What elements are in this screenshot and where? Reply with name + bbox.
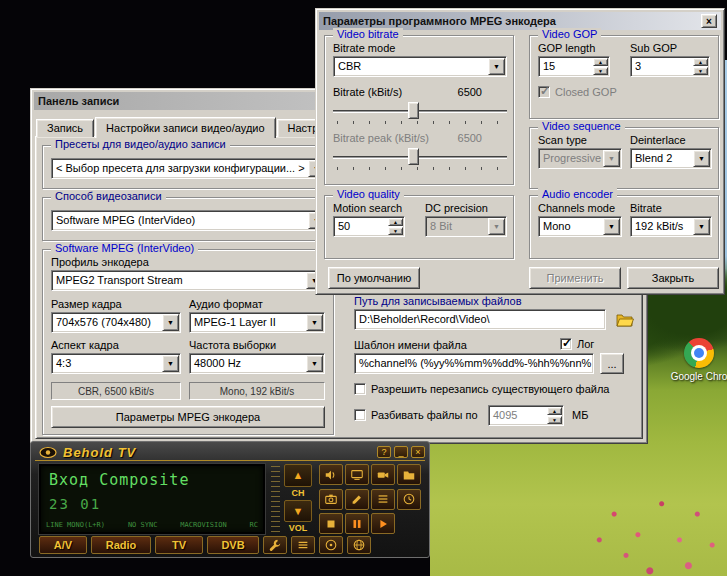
speaker-icon	[324, 468, 338, 482]
dvb-mode-button[interactable]: DVB	[207, 536, 259, 554]
split-files-checkbox[interactable]: Разбивать файлы по	[354, 409, 478, 421]
pencil-icon	[350, 492, 364, 506]
motion-search-spinner[interactable]: 50 ▲ ▼	[333, 216, 405, 237]
av-mode-button[interactable]: A/V	[39, 536, 87, 554]
presets-group: Пресеты для видео/аудио записи < Выбор п…	[42, 145, 334, 189]
open-folder-button[interactable]	[612, 309, 638, 330]
encoder-profile-label: Профиль энкодера	[51, 256, 149, 268]
channel-up-button[interactable]: ▲	[284, 464, 312, 487]
desktop-icon-google-chrome[interactable]: Google Chro	[672, 338, 726, 382]
tab-video-audio-settings[interactable]: Настройки записи видео/аудио	[95, 117, 275, 138]
audio-format-combobox[interactable]: MPEG-1 Layer II ▼	[189, 312, 325, 333]
checkbox-unchecked-icon[interactable]	[354, 383, 366, 395]
template-browse-button[interactable]: ...	[600, 353, 624, 374]
spin-down-icon[interactable]: ▼	[388, 227, 403, 235]
log-checkbox[interactable]: Лог	[560, 338, 594, 350]
folder-open-icon	[616, 313, 634, 327]
checkbox-checked-icon[interactable]	[560, 338, 572, 350]
log-checkbox-label: Лог	[577, 338, 594, 350]
disc-icon	[324, 538, 338, 552]
tab-record[interactable]: Запись	[36, 119, 94, 137]
mpeg-encoder-params-button[interactable]: Параметры MPEG энкодера	[51, 406, 325, 428]
checkbox-unchecked-icon[interactable]	[354, 409, 366, 421]
overwrite-checkbox[interactable]: Разрешить перезапись существующего файла	[354, 383, 609, 395]
spin-down-icon[interactable]: ▼	[593, 67, 608, 75]
video-sequence-caption: Video sequence	[538, 120, 625, 132]
chevron-down-icon[interactable]: ▼	[162, 314, 179, 331]
video-method-group-caption: Способ видеозаписи	[51, 190, 166, 202]
spin-up-icon[interactable]: ▲	[693, 58, 708, 66]
aspect-label: Аспект кадра	[51, 339, 119, 351]
aspect-combobox[interactable]: 4:3 ▼	[51, 353, 181, 374]
chevron-down-icon: ▼	[603, 150, 620, 167]
pause-button[interactable]	[345, 513, 369, 534]
volume-slider[interactable]	[271, 466, 280, 532]
bitrate-mode-label: Bitrate mode	[333, 42, 395, 54]
spin-up-icon[interactable]: ▲	[388, 218, 403, 226]
bitrate-mode-combobox[interactable]: CBR ▼	[333, 56, 507, 77]
chevron-down-icon[interactable]: ▼	[162, 355, 179, 372]
frame-size-combobox[interactable]: 704x576 (704x480) ▼	[51, 312, 181, 333]
tv-help-button[interactable]: ?	[377, 446, 391, 458]
pause-icon	[350, 517, 364, 531]
channels-mode-combobox[interactable]: Mono ▼	[538, 216, 622, 237]
sample-rate-combobox[interactable]: 48000 Hz ▼	[189, 353, 325, 374]
split-size-spinner[interactable]: 4095 ▲ ▼	[488, 405, 564, 426]
preset-combobox[interactable]: < Выбор пресета для загрузки конфигураци…	[51, 158, 327, 179]
stop-button[interactable]	[319, 513, 343, 534]
spin-down-icon[interactable]: ▼	[547, 416, 562, 424]
tv-minimize-button[interactable]: _	[394, 446, 408, 458]
encoder-profile-combobox[interactable]: MPEG2 Transport Stream ▼	[51, 270, 325, 291]
scheduler-button[interactable]	[397, 489, 421, 510]
web-button[interactable]	[347, 536, 371, 554]
disc-button[interactable]	[319, 536, 343, 554]
chevron-down-icon[interactable]: ▼	[693, 218, 710, 235]
settings-button[interactable]	[263, 536, 287, 554]
close-button[interactable]: Закрыть	[627, 267, 719, 289]
chevron-down-icon[interactable]: ▼	[488, 58, 505, 75]
channel-down-button[interactable]: ▼	[284, 500, 312, 523]
mute-button[interactable]	[319, 464, 343, 485]
edit-button[interactable]	[345, 489, 369, 510]
sample-rate-value: 48000 Hz	[190, 354, 305, 373]
play-button[interactable]	[371, 513, 395, 534]
playlist-button[interactable]	[291, 536, 315, 554]
deinterlace-combobox[interactable]: Blend 2 ▼	[630, 148, 712, 169]
audio-bitrate-combobox[interactable]: 192 kBit/s ▼	[630, 216, 712, 237]
slider-thumb[interactable]	[408, 102, 419, 119]
tv-mode-button[interactable]: TV	[155, 536, 203, 554]
tv-screen-button[interactable]	[345, 464, 369, 485]
chevron-down-icon[interactable]: ▼	[693, 150, 710, 167]
stop-icon	[324, 517, 338, 531]
chevron-down-icon[interactable]: ▼	[306, 355, 323, 372]
tv-titlebar[interactable]: Behold TV ? _ ×	[35, 444, 425, 461]
spin-down-icon[interactable]: ▼	[693, 67, 708, 75]
channel-list-button[interactable]	[371, 489, 395, 510]
spin-up-icon[interactable]: ▲	[547, 407, 562, 415]
bitrate-slider[interactable]	[333, 102, 507, 124]
chevron-down-icon[interactable]: ▼	[306, 314, 323, 331]
video-gop-caption: Video GOP	[538, 28, 601, 40]
checkbox-checked-icon	[538, 86, 550, 98]
motion-search-label: Motion search	[333, 202, 402, 214]
radio-mode-button[interactable]: Radio	[91, 536, 151, 554]
open-file-button[interactable]	[397, 464, 421, 485]
sub-gop-spinner[interactable]: 3 ▲ ▼	[630, 56, 710, 77]
dialog-close-button[interactable]: ×	[701, 14, 717, 28]
record-video-button[interactable]	[371, 464, 395, 485]
gop-length-spinner[interactable]: 15 ▲ ▼	[538, 56, 610, 77]
sample-rate-label: Частота выборки	[189, 339, 276, 351]
video-method-combobox[interactable]: Software MPEG (InterVideo) ▼	[51, 210, 327, 231]
filename-template-label: Шаблон имени файла	[354, 339, 467, 351]
tv-close-button[interactable]: ×	[411, 446, 425, 458]
frame-size-value: 704x576 (704x480)	[52, 313, 161, 332]
snapshot-button[interactable]	[319, 489, 343, 510]
desktop-icon-label: Google Chro	[671, 371, 727, 382]
monitor-icon	[350, 468, 364, 482]
spin-up-icon[interactable]: ▲	[593, 58, 608, 66]
filename-template-field[interactable]: %channel% (%yy%%mm%%dd%-%hh%%nn%	[354, 353, 594, 374]
bitrate-mode-value: CBR	[334, 57, 487, 76]
record-path-field[interactable]: D:\Beholder\Record\Video\	[354, 309, 606, 330]
chevron-down-icon[interactable]: ▼	[603, 218, 620, 235]
default-button[interactable]: По умолчанию	[328, 267, 420, 289]
